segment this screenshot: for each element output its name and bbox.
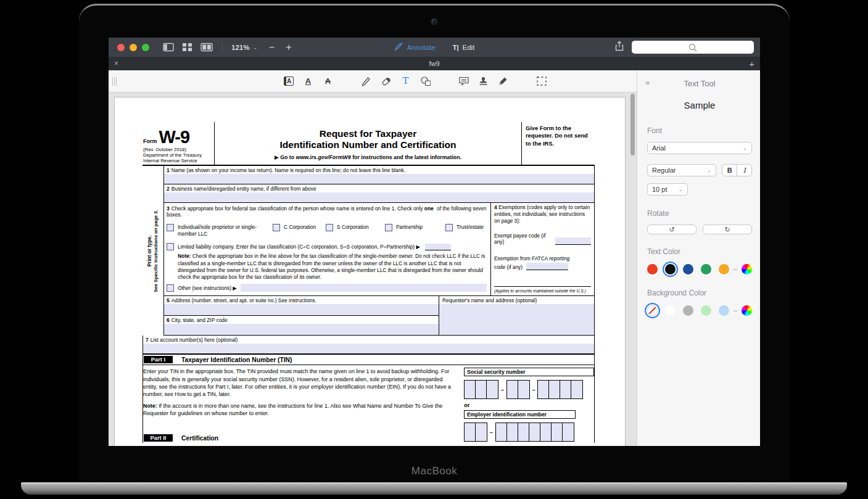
thumbnails-view-icon[interactable] — [182, 43, 192, 52]
document-area: FormW-9 (Rev. October 2018) Department o… — [109, 93, 637, 446]
comment-icon[interactable] — [458, 75, 469, 88]
checkbox[interactable] — [445, 224, 453, 231]
tin-digit-cell[interactable] — [529, 423, 540, 441]
zoom-in-button[interactable]: + — [286, 43, 291, 52]
field-business-name-line2[interactable] — [164, 192, 594, 202]
tin-digit-cell[interactable] — [476, 381, 487, 398]
tin-digit-cell[interactable] — [518, 423, 529, 441]
tab-title[interactable]: fw9 — [429, 60, 439, 67]
eraser-icon[interactable] — [381, 75, 391, 88]
search-input[interactable] — [632, 41, 754, 54]
two-page-view-icon[interactable] — [200, 43, 213, 52]
tin-digit-cell[interactable] — [476, 423, 487, 441]
select-rectangle-icon[interactable] — [536, 75, 547, 88]
color-swatch[interactable] — [701, 305, 711, 316]
underline-text-icon[interactable]: A — [303, 75, 313, 88]
rotate-left-button[interactable]: ↺ — [647, 225, 696, 234]
field-name-line1[interactable] — [164, 174, 594, 184]
color-swatch[interactable] — [665, 305, 676, 316]
annotate-pen-icon — [394, 43, 403, 52]
color-swatch[interactable] — [683, 264, 693, 274]
text-tool-icon[interactable]: T — [400, 75, 411, 88]
toolbar-drag-handle[interactable] — [112, 77, 117, 86]
vertical-scrollbar-thumb[interactable] — [630, 94, 635, 155]
checkbox[interactable] — [385, 224, 392, 231]
color-swatch[interactable] — [647, 264, 658, 274]
zoom-out-button[interactable]: − — [269, 43, 275, 52]
tin-digit-cell[interactable] — [465, 381, 476, 398]
strikethrough-text-icon[interactable]: A — [323, 75, 333, 88]
field-llc-classification[interactable] — [425, 244, 451, 250]
pen-icon[interactable] — [361, 75, 371, 88]
zoom-level-control[interactable]: 121% ⌄ — [231, 44, 258, 51]
search-field[interactable] — [632, 41, 754, 54]
annotate-label: Annotate — [407, 44, 436, 51]
new-tab-icon[interactable]: + — [749, 59, 754, 69]
edit-mode-button[interactable]: T| Edit — [453, 44, 475, 51]
italic-button[interactable]: I — [737, 165, 751, 176]
color-wheel-swatch[interactable] — [742, 305, 752, 316]
field-fatca-code[interactable] — [526, 263, 568, 270]
share-icon[interactable] — [614, 41, 624, 54]
font-style-select[interactable]: Regular ⌄ — [647, 164, 716, 176]
tin-digit-cell[interactable] — [487, 381, 498, 398]
tin-digit-cell[interactable] — [465, 423, 476, 441]
bold-button[interactable]: B — [722, 165, 737, 176]
color-swatch[interactable] — [683, 305, 693, 316]
checkbox-label: S Corporation — [337, 224, 369, 237]
checkbox-llc[interactable] — [167, 243, 174, 250]
field-requester-name-address[interactable] — [439, 304, 594, 335]
tax-class-option[interactable]: S Corporation — [326, 224, 385, 237]
checkbox[interactable] — [326, 224, 333, 231]
minimize-window-button[interactable] — [130, 44, 137, 51]
tax-class-option[interactable]: C Corporation — [273, 224, 326, 237]
color-swatch[interactable] — [719, 264, 729, 274]
tin-digit-cell[interactable] — [496, 423, 507, 441]
color-wheel-swatch[interactable] — [742, 264, 752, 274]
highlight-text-icon[interactable]: A — [283, 75, 294, 88]
zoom-window-button[interactable] — [142, 44, 149, 51]
color-swatch[interactable] — [701, 264, 711, 274]
checkbox-other[interactable] — [167, 284, 174, 292]
checkbox[interactable] — [273, 224, 280, 231]
field-exempt-payee-code[interactable] — [555, 237, 591, 245]
tax-class-option[interactable]: Individual/sole proprietor or single-mem… — [167, 224, 273, 237]
tin-digit-cell[interactable] — [571, 381, 582, 398]
close-window-button[interactable] — [117, 44, 125, 51]
color-swatch[interactable] — [719, 305, 729, 316]
font-family-select[interactable]: Arial ⌄ — [647, 142, 752, 154]
tin-digit-cell[interactable] — [540, 423, 552, 441]
sidebar-view-icon[interactable] — [163, 43, 174, 52]
annotate-mode-button[interactable]: Annotate — [394, 43, 436, 52]
tin-digit-cell[interactable] — [507, 381, 518, 398]
form-department: Department of the Treasury — [143, 152, 212, 158]
field-address-line5[interactable] — [164, 304, 439, 315]
field-account-numbers-line7[interactable] — [143, 344, 594, 353]
tin-digit-cell[interactable] — [549, 381, 560, 398]
tin-digit-cell[interactable] — [518, 381, 529, 398]
checkbox[interactable] — [167, 224, 174, 231]
app-window: 121% ⌄ − + Annotate T| Edit — [109, 38, 760, 446]
tin-digit-cell[interactable] — [560, 381, 571, 398]
tax-class-option[interactable]: Trust/estate — [445, 224, 484, 237]
tax-class-option[interactable]: Partnership — [385, 224, 445, 237]
tin-digit-cell[interactable] — [552, 423, 563, 441]
form-title-line1: Request for Taxpayer — [220, 128, 516, 139]
field-other[interactable] — [241, 284, 487, 292]
collapse-sidebar-icon[interactable]: » — [645, 78, 650, 87]
rotate-right-button[interactable]: ↻ — [703, 225, 752, 234]
no-color-swatch[interactable] — [647, 305, 658, 316]
line5-label: 5Address (number, street, and apt. or su… — [164, 296, 439, 304]
applies-note: (Applies to accounts maintained outside … — [494, 286, 591, 295]
color-swatch[interactable] — [665, 264, 676, 274]
tin-digit-cell[interactable] — [563, 423, 574, 441]
tab-close-icon[interactable]: × — [114, 59, 118, 68]
stamp-icon[interactable] — [478, 75, 489, 88]
signature-pen-icon[interactable] — [498, 75, 508, 88]
font-size-select[interactable]: 10 pt ⌄ — [647, 183, 688, 196]
tin-dash: – — [532, 387, 535, 393]
tin-digit-cell[interactable] — [507, 423, 518, 441]
shapes-icon[interactable] — [420, 75, 431, 88]
field-city-state-zip-line6[interactable] — [164, 324, 439, 335]
tin-digit-cell[interactable] — [538, 381, 549, 398]
